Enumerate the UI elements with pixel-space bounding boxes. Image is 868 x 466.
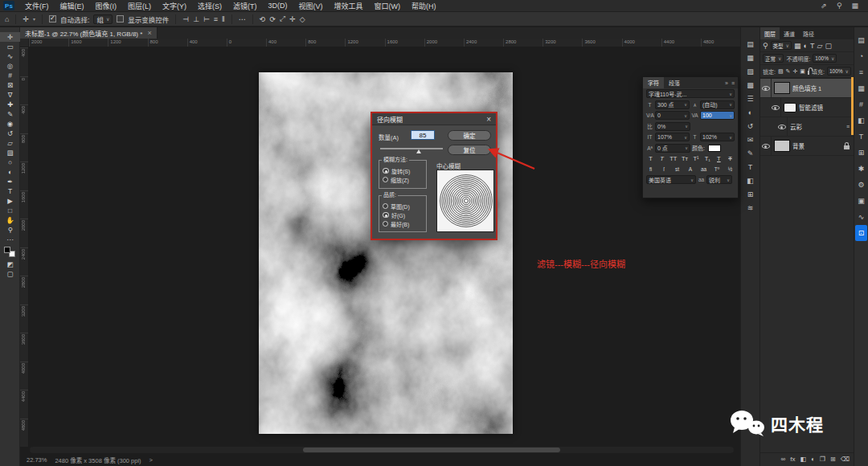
visibility-toggle[interactable]: [770, 98, 781, 117]
align-icon[interactable]: ⊣: [182, 15, 189, 23]
show-transform-checkbox[interactable]: [117, 15, 124, 22]
tool-lasso[interactable]: ∿: [0, 51, 20, 61]
zoom-level[interactable]: 22.73%: [27, 456, 47, 464]
kerning-dropdown[interactable]: 0: [655, 111, 690, 120]
blur-center-preview[interactable]: [436, 170, 494, 232]
font-size-dropdown[interactable]: 300 点: [655, 100, 690, 109]
menu-item[interactable]: 选择(S): [192, 1, 227, 11]
tool-frame[interactable]: ⊠: [0, 80, 20, 90]
brush-settings-panel-icon[interactable]: ✎: [741, 146, 760, 160]
tab-character[interactable]: 字符: [643, 77, 664, 88]
tool-hand[interactable]: ✋: [0, 215, 20, 225]
menu-item[interactable]: 3D(D): [263, 2, 293, 10]
dialog-title-bar[interactable]: 径向模糊 ×: [372, 113, 496, 125]
font-family-dropdown[interactable]: 字魂110号-武...: [646, 89, 735, 98]
transform-3d-icon[interactable]: ✛: [289, 15, 296, 23]
tool-pen[interactable]: ✒: [0, 177, 20, 186]
patterns-panel-icon[interactable]: ▩: [741, 78, 760, 92]
grid-panel-icon[interactable]: #: [854, 96, 868, 112]
align-icon[interactable]: ‖: [222, 15, 225, 23]
auto-select-dropdown[interactable]: 组: [93, 14, 113, 24]
search-icon[interactable]: ⚲: [837, 2, 842, 10]
filter-shape-layers-icon[interactable]: ▱: [817, 42, 822, 50]
tool-shape[interactable]: □: [0, 206, 20, 215]
tool-dodge[interactable]: ◐: [0, 167, 20, 177]
filter-options-icon[interactable]: ≡: [846, 124, 850, 129]
tool-screen-mode[interactable]: ▢: [0, 269, 20, 279]
libraries-panel-icon[interactable]: ☰: [741, 92, 760, 105]
gradients-panel-icon[interactable]: ▨: [741, 64, 760, 78]
swatches-panel-icon[interactable]: ▦: [741, 51, 760, 64]
tool-crop[interactable]: #: [0, 71, 20, 80]
slider-thumb-icon[interactable]: [416, 149, 421, 153]
tool-clone-stamp[interactable]: ◉: [0, 119, 20, 129]
ordinals-button[interactable]: Tº: [713, 166, 722, 172]
layer-thumbnail[interactable]: [774, 82, 790, 94]
filter-type-layers-icon[interactable]: T: [810, 42, 815, 50]
tab-layers[interactable]: 图层: [760, 27, 780, 39]
faux-italic-button[interactable]: T: [657, 155, 666, 162]
anti-alias-dropdown[interactable]: 锐利: [706, 175, 732, 184]
tool-history-brush[interactable]: ↺: [0, 129, 20, 138]
clock-panel-icon[interactable]: ◔: [854, 48, 868, 64]
adjustments-panel-icon[interactable]: ◐: [741, 105, 760, 119]
menu-item[interactable]: 图层(L): [122, 1, 157, 11]
faux-bold-button[interactable]: T: [646, 155, 655, 162]
paragraph-panel-icon[interactable]: ≡: [854, 64, 868, 80]
styles-panel-icon[interactable]: ≋: [741, 201, 760, 215]
layer-row[interactable]: 智能滤镜: [760, 98, 854, 117]
radio-best[interactable]: 最好(B): [383, 219, 423, 228]
info-panel-icon[interactable]: ⊞: [741, 187, 760, 201]
tool-blur[interactable]: ○: [0, 157, 20, 167]
layer-group-icon[interactable]: ❐: [820, 456, 825, 463]
link-layers-icon[interactable]: ∞: [780, 456, 785, 463]
menu-item[interactable]: 帮助(H): [406, 1, 442, 11]
menu-item[interactable]: 文件(F): [19, 1, 55, 11]
ok-button[interactable]: 确定: [448, 130, 491, 141]
collapse-panel-icon[interactable]: »: [725, 80, 728, 86]
opacity-dropdown[interactable]: 100%: [813, 54, 837, 63]
layer-mask-icon[interactable]: ◧: [800, 456, 806, 463]
underline-button[interactable]: T: [714, 155, 723, 162]
tab-channels[interactable]: 通道: [780, 27, 799, 39]
proportional-spacing-dropdown[interactable]: 0%: [655, 122, 690, 131]
swash-button[interactable]: ſ: [660, 166, 669, 172]
radio-good[interactable]: 好(G): [383, 211, 423, 219]
fill-dropdown[interactable]: 100%: [827, 67, 851, 76]
radio-spin[interactable]: 旋转(S): [383, 166, 423, 175]
align-icon[interactable]: ⊥: [193, 15, 199, 23]
align-icon[interactable]: ⊢: [203, 15, 210, 23]
status-chevron-icon[interactable]: >: [149, 456, 153, 464]
tool-edit-toolbar[interactable]: ⋯: [0, 235, 20, 244]
tool-brush[interactable]: ✎: [0, 109, 20, 119]
transform-3d-icon[interactable]: ◇: [300, 15, 305, 23]
horizontal-scrollbar[interactable]: [30, 447, 734, 453]
radio-zoom[interactable]: 缩放(Z): [383, 175, 423, 184]
tool-marquee[interactable]: ▭: [0, 42, 20, 51]
leading-dropdown[interactable]: (自动): [700, 100, 735, 109]
masks-panel-icon[interactable]: ◧: [741, 174, 760, 187]
filter-adjustment-layers-icon[interactable]: ◐: [804, 42, 808, 50]
visibility-toggle[interactable]: [760, 79, 772, 97]
tool-zoom[interactable]: ⚲: [0, 225, 20, 235]
auto-select-checkbox[interactable]: [49, 15, 56, 22]
text-color-swatch[interactable]: [708, 145, 721, 152]
comments-panel-icon[interactable]: ✉: [741, 133, 760, 146]
adjustment-layer-icon[interactable]: ◐: [811, 456, 815, 463]
tool-type[interactable]: T: [0, 186, 20, 196]
align-icon[interactable]: ≡: [214, 15, 218, 23]
share-icon[interactable]: ⇗: [821, 2, 827, 10]
curves-panel-icon[interactable]: ∿: [854, 209, 868, 225]
small-caps-button[interactable]: Tᴛ: [680, 155, 689, 162]
layer-row[interactable]: 背景: [760, 137, 854, 156]
properties-panel-icon[interactable]: ▤: [854, 32, 868, 48]
tool-quick-mask[interactable]: ◩: [0, 260, 20, 269]
home-icon[interactable]: ⌂: [5, 15, 9, 23]
color-panel-icon[interactable]: ▤: [741, 37, 760, 51]
horizontal-scale-field[interactable]: 102%: [700, 133, 735, 141]
tool-gradient[interactable]: ▨: [0, 148, 20, 157]
lock-position-icon[interactable]: ✛: [792, 68, 797, 75]
active-panel-icon[interactable]: ⊡: [855, 225, 867, 241]
tab-paths[interactable]: 路径: [799, 27, 818, 39]
layer-row[interactable]: 云彩≡: [760, 117, 854, 137]
